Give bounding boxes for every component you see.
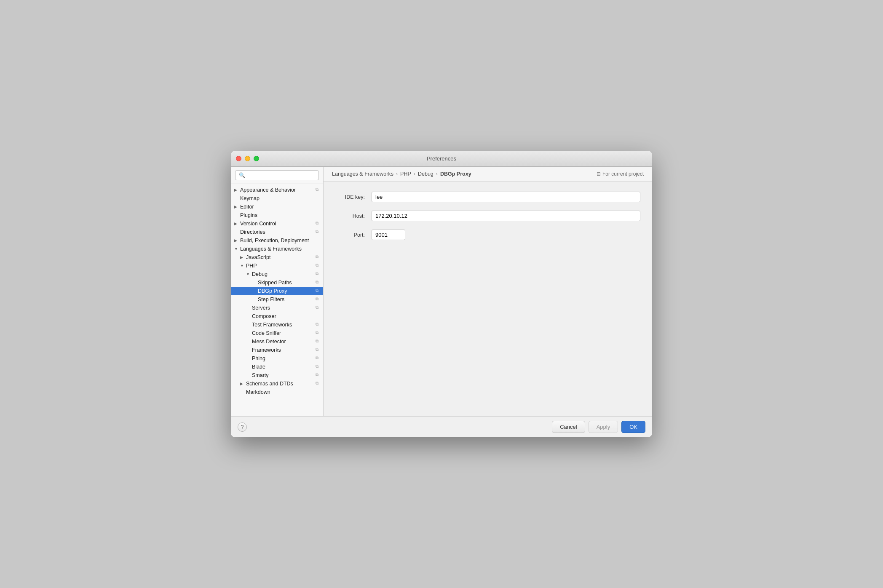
- minimize-button[interactable]: [245, 156, 250, 161]
- sidebar-item-keymap[interactable]: Keymap: [231, 194, 323, 203]
- sidebar-item-version-control[interactable]: ▶Version Control⧉: [231, 219, 323, 228]
- sidebar-item-label: Appearance & Behavior: [240, 187, 314, 193]
- window-title: Preferences: [427, 155, 456, 162]
- main-panel: Languages & Frameworks › PHP › Debug › D…: [324, 167, 652, 416]
- breadcrumb: Languages & Frameworks › PHP › Debug › D…: [324, 167, 652, 182]
- sidebar-item-label: Directories: [240, 229, 314, 235]
- arrow-icon: ▶: [240, 382, 246, 386]
- sidebar-item-step-filters[interactable]: Step Filters⧉: [231, 295, 323, 304]
- project-link[interactable]: ⊟ For current project: [597, 171, 644, 177]
- copy-icon: ⧉: [314, 339, 320, 345]
- sidebar-item-plugins[interactable]: Plugins: [231, 211, 323, 219]
- project-link-icon: ⊟: [597, 171, 601, 177]
- sidebar-item-blade[interactable]: Blade⧉: [231, 363, 323, 371]
- copy-icon: ⧉: [314, 229, 320, 235]
- sidebar-item-label: Editor: [240, 204, 320, 210]
- sidebar-tree: ▶Appearance & Behavior⧉Keymap▶EditorPlug…: [231, 184, 323, 416]
- apply-button[interactable]: Apply: [589, 421, 618, 433]
- sidebar-item-languages[interactable]: ▼Languages & Frameworks: [231, 245, 323, 253]
- help-button[interactable]: ?: [238, 422, 247, 432]
- copy-icon: ⧉: [314, 364, 320, 370]
- copy-icon: ⧉: [314, 280, 320, 286]
- sidebar-item-test-frameworks[interactable]: Test Frameworks⧉: [231, 321, 323, 329]
- sidebar-item-label: Servers: [252, 305, 314, 311]
- breadcrumb-part-2: PHP: [400, 171, 411, 177]
- main-content: ▶Appearance & Behavior⧉Keymap▶EditorPlug…: [231, 167, 652, 416]
- arrow-icon: ▼: [246, 272, 252, 276]
- sidebar-item-mess-detector[interactable]: Mess Detector⧉: [231, 337, 323, 346]
- breadcrumb-part-3: Debug: [418, 171, 433, 177]
- host-row: Host:: [335, 211, 640, 221]
- sidebar-item-label: Plugins: [240, 212, 320, 218]
- sidebar-item-label: Code Sniffer: [252, 330, 314, 336]
- arrow-icon: ▶: [234, 205, 240, 209]
- host-input[interactable]: [372, 211, 640, 221]
- sidebar-item-smarty[interactable]: Smarty⧉: [231, 371, 323, 380]
- sidebar-item-php[interactable]: ▼PHP⧉: [231, 262, 323, 270]
- copy-icon: ⧉: [314, 330, 320, 336]
- arrow-icon: ▶: [240, 255, 246, 259]
- sidebar-item-build[interactable]: ▶Build, Execution, Deployment: [231, 236, 323, 245]
- sidebar-item-label: Languages & Frameworks: [240, 246, 320, 252]
- copy-icon: ⧉: [314, 271, 320, 277]
- copy-icon: ⧉: [314, 221, 320, 227]
- sidebar-item-phing[interactable]: Phing⧉: [231, 354, 323, 363]
- copy-icon: ⧉: [314, 187, 320, 193]
- ide-key-input[interactable]: [372, 192, 640, 202]
- titlebar: Preferences: [231, 151, 652, 167]
- sidebar-item-label: Step Filters: [258, 297, 314, 302]
- arrow-icon: ▶: [234, 238, 240, 243]
- sidebar-item-label: Smarty: [252, 372, 314, 378]
- sidebar-item-schemas-and-dtds[interactable]: ▶Schemas and DTDs⧉: [231, 380, 323, 388]
- port-input[interactable]: [372, 230, 405, 240]
- copy-icon: ⧉: [314, 288, 320, 294]
- sidebar-item-label: Blade: [252, 364, 314, 370]
- port-label: Port:: [335, 232, 365, 238]
- sidebar-item-frameworks[interactable]: Frameworks⧉: [231, 346, 323, 354]
- sidebar-item-code-sniffer[interactable]: Code Sniffer⧉: [231, 329, 323, 337]
- sidebar-item-editor[interactable]: ▶Editor: [231, 203, 323, 211]
- sidebar-item-label: Build, Execution, Deployment: [240, 238, 320, 243]
- ok-button[interactable]: OK: [621, 421, 645, 433]
- sidebar-item-label: Markdown: [246, 389, 320, 395]
- arrow-icon: ▶: [234, 222, 240, 226]
- maximize-button[interactable]: [254, 156, 259, 161]
- sidebar-item-label: Mess Detector: [252, 339, 314, 345]
- arrow-icon: ▶: [234, 188, 240, 192]
- cancel-button[interactable]: Cancel: [552, 421, 585, 433]
- copy-icon: ⧉: [314, 254, 320, 260]
- sidebar: ▶Appearance & Behavior⧉Keymap▶EditorPlug…: [231, 167, 324, 416]
- copy-icon: ⧉: [314, 263, 320, 269]
- sidebar-item-directories[interactable]: Directories⧉: [231, 228, 323, 236]
- port-row: Port:: [335, 230, 640, 240]
- sidebar-item-label: Composer: [252, 313, 320, 319]
- sidebar-item-label: Schemas and DTDs: [246, 381, 314, 387]
- sidebar-item-markdown[interactable]: Markdown: [231, 388, 323, 396]
- host-label: Host:: [335, 213, 365, 219]
- breadcrumb-sep-1: ›: [396, 171, 398, 177]
- ide-key-label: IDE key:: [335, 194, 365, 200]
- sidebar-item-javascript[interactable]: ▶JavaScript⧉: [231, 253, 323, 262]
- sidebar-item-skipped-paths[interactable]: Skipped Paths⧉: [231, 278, 323, 287]
- search-input[interactable]: [235, 170, 319, 180]
- preferences-window: Preferences ▶Appearance & Behavior⧉Keyma…: [231, 151, 652, 437]
- sidebar-item-debug[interactable]: ▼Debug⧉: [231, 270, 323, 278]
- search-bar: [231, 167, 323, 184]
- sidebar-item-appearance[interactable]: ▶Appearance & Behavior⧉: [231, 186, 323, 194]
- sidebar-item-label: Phing: [252, 355, 314, 361]
- sidebar-item-servers[interactable]: Servers⧉: [231, 304, 323, 312]
- sidebar-item-label: DBGp Proxy: [258, 288, 314, 294]
- sidebar-item-dbgp-proxy[interactable]: DBGp Proxy⧉: [231, 287, 323, 295]
- form-area: IDE key: Host: Port:: [324, 182, 652, 416]
- sidebar-item-label: PHP: [246, 263, 314, 269]
- bottom-bar: ? Cancel Apply OK: [231, 416, 652, 437]
- copy-icon: ⧉: [314, 322, 320, 328]
- sidebar-item-composer[interactable]: Composer: [231, 312, 323, 321]
- project-link-label: For current project: [602, 171, 644, 177]
- sidebar-item-label: Debug: [252, 271, 314, 277]
- ide-key-row: IDE key:: [335, 192, 640, 202]
- breadcrumb-sep-2: ›: [414, 171, 415, 177]
- sidebar-item-label: Keymap: [240, 195, 320, 201]
- close-button[interactable]: [236, 156, 241, 161]
- copy-icon: ⧉: [314, 347, 320, 353]
